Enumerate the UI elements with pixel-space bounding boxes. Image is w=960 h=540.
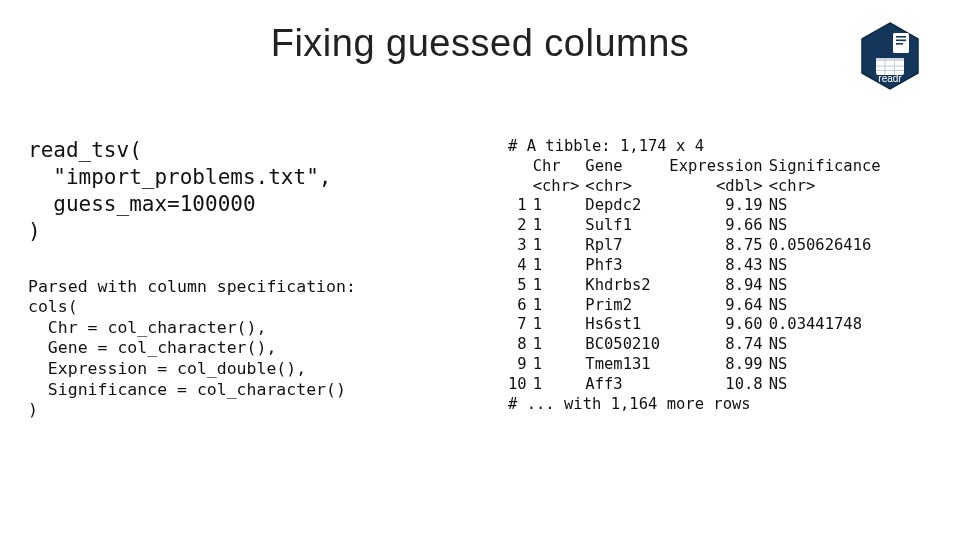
col-type: <chr> xyxy=(585,177,669,197)
table-cell: 8.43 xyxy=(669,256,768,276)
svg-rect-2 xyxy=(896,36,906,38)
table-cell: Aff3 xyxy=(585,375,669,395)
table-cell: 5 xyxy=(508,276,533,296)
table-row: 21Sulf1 9.66NS xyxy=(508,216,887,236)
table-cell: NS xyxy=(769,296,887,316)
svg-rect-7 xyxy=(876,66,904,67)
table-cell: Hs6st1 xyxy=(585,315,669,335)
table-cell: Rpl7 xyxy=(585,236,669,256)
table-cell: NS xyxy=(769,276,887,296)
table-cell: 1 xyxy=(533,296,586,316)
table-cell: 8 xyxy=(508,335,533,355)
table-cell: 2 xyxy=(508,216,533,236)
svg-text:readr: readr xyxy=(878,73,902,84)
table-row: 51Khdrbs2 8.94NS xyxy=(508,276,887,296)
svg-rect-4 xyxy=(896,43,903,45)
table-cell: NS xyxy=(769,196,887,216)
table-cell: Prim2 xyxy=(585,296,669,316)
table-cell: 7 xyxy=(508,315,533,335)
table-cell: BC050210 xyxy=(585,335,669,355)
table-header-row: Chr Gene Expression Significance xyxy=(508,157,887,177)
table-cell: NS xyxy=(769,335,887,355)
readr-logo: readr xyxy=(860,22,920,90)
table-cell: 10.8 xyxy=(669,375,768,395)
left-column: read_tsv( "import_problems.txt", guess_m… xyxy=(28,137,448,421)
col-header: Expression xyxy=(669,157,768,177)
table-cell: 1 xyxy=(533,236,586,256)
table-row: 71Hs6st1 9.600.03441748 xyxy=(508,315,887,335)
content-area: read_tsv( "import_problems.txt", guess_m… xyxy=(0,137,960,421)
col-header: Significance xyxy=(769,157,887,177)
table-cell: 1 xyxy=(533,276,586,296)
col-header: Gene xyxy=(585,157,669,177)
table-cell: 9 xyxy=(508,355,533,375)
table-row: 101Aff310.8 NS xyxy=(508,375,887,395)
table-cell: 4 xyxy=(508,256,533,276)
tibble-table: Chr Gene Expression Significance <chr> <… xyxy=(508,157,887,395)
table-cell: 1 xyxy=(533,196,586,216)
table-cell: Sulf1 xyxy=(585,216,669,236)
table-type-row: <chr> <chr> <dbl> <chr> xyxy=(508,177,887,197)
tibble-footer: # ... with 1,164 more rows xyxy=(508,395,932,415)
table-cell: 8.74 xyxy=(669,335,768,355)
svg-rect-3 xyxy=(896,40,906,42)
table-cell: 1 xyxy=(533,335,586,355)
table-row: 91Tmem131 8.99NS xyxy=(508,355,887,375)
table-row: 61Prim2 9.64NS xyxy=(508,296,887,316)
table-cell: NS xyxy=(769,355,887,375)
table-cell: 9.19 xyxy=(669,196,768,216)
table-row: 41Phf3 8.43NS xyxy=(508,256,887,276)
table-cell: 0.050626416 xyxy=(769,236,887,256)
table-cell: 1 xyxy=(508,196,533,216)
table-cell: 1 xyxy=(533,256,586,276)
table-cell: 1 xyxy=(533,216,586,236)
tibble-header: # A tibble: 1,174 x 4 xyxy=(508,137,932,157)
table-cell: 10 xyxy=(508,375,533,395)
slide-title: Fixing guessed columns xyxy=(0,22,960,65)
table-cell: 8.75 xyxy=(669,236,768,256)
table-cell: 3 xyxy=(508,236,533,256)
table-row: 81BC050210 8.74NS xyxy=(508,335,887,355)
col-type: <dbl> xyxy=(669,177,768,197)
column-spec: Parsed with column specification: cols( … xyxy=(28,277,448,421)
table-cell: Depdc2 xyxy=(585,196,669,216)
svg-rect-6 xyxy=(876,58,904,61)
col-type: <chr> xyxy=(769,177,887,197)
svg-rect-8 xyxy=(876,70,904,71)
table-cell: Phf3 xyxy=(585,256,669,276)
table-cell: NS xyxy=(769,375,887,395)
table-cell: 9.66 xyxy=(669,216,768,236)
table-cell: 1 xyxy=(533,375,586,395)
table-cell: 6 xyxy=(508,296,533,316)
table-cell: 8.99 xyxy=(669,355,768,375)
table-row: 31Rpl7 8.750.050626416 xyxy=(508,236,887,256)
col-type: <chr> xyxy=(533,177,586,197)
table-cell: 9.64 xyxy=(669,296,768,316)
table-cell: NS xyxy=(769,256,887,276)
table-cell: 9.60 xyxy=(669,315,768,335)
table-cell: NS xyxy=(769,216,887,236)
code-read-tsv: read_tsv( "import_problems.txt", guess_m… xyxy=(28,137,448,245)
table-cell: 1 xyxy=(533,315,586,335)
right-column: # A tibble: 1,174 x 4 Chr Gene Expressio… xyxy=(508,137,932,421)
table-cell: 1 xyxy=(533,355,586,375)
table-cell: 8.94 xyxy=(669,276,768,296)
col-header: Chr xyxy=(533,157,586,177)
table-cell: 0.03441748 xyxy=(769,315,887,335)
table-row: 11Depdc2 9.19NS xyxy=(508,196,887,216)
table-cell: Tmem131 xyxy=(585,355,669,375)
table-cell: Khdrbs2 xyxy=(585,276,669,296)
